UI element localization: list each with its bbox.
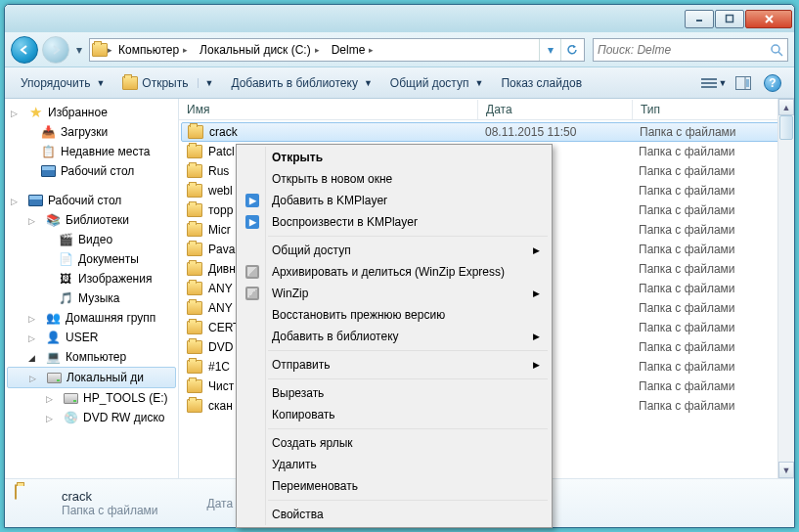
share-button[interactable]: Общий доступ▼	[382, 72, 492, 94]
favorites-group[interactable]: ▷★Избранное	[5, 103, 178, 122]
context-menu-item[interactable]: Свойства	[239, 504, 550, 525]
breadcrumb[interactable]: Локальный диск (C:) ▸	[194, 41, 326, 59]
context-menu-item[interactable]: Удалить	[239, 454, 550, 475]
refresh-button[interactable]	[560, 39, 582, 61]
nav-drive-e[interactable]: ▷HP_TOOLS (E:)	[5, 388, 178, 408]
view-button[interactable]: ▼	[700, 71, 728, 95]
context-menu-item[interactable]: Создать ярлык	[239, 432, 550, 454]
context-menu-item[interactable]: Открыть	[239, 147, 550, 168]
folder-icon	[187, 379, 202, 393]
cell-type: Папка с файлами	[639, 340, 776, 354]
downloads-icon: 📥	[40, 124, 56, 140]
help-button[interactable]: ?	[759, 71, 786, 95]
submenu-arrow-icon: ▶	[533, 245, 540, 255]
nav-desktop[interactable]: Рабочий стол	[5, 161, 178, 181]
context-menu-item[interactable]: Копировать	[239, 404, 550, 425]
submenu-arrow-icon: ▶	[533, 288, 540, 298]
cell-type: Папка с файлами	[639, 184, 776, 198]
context-menu-item[interactable]: Переименовать	[239, 475, 550, 497]
nav-drive-c[interactable]: ▷Локальный ди	[7, 367, 176, 388]
command-bar: Упорядочить▼ Открыть▼ Добавить в библиот…	[5, 67, 794, 99]
folder-icon	[187, 262, 202, 276]
nav-libraries[interactable]: ▷📚Библиотеки	[5, 210, 178, 230]
nav-music[interactable]: 🎵Музыка	[5, 288, 178, 308]
winzip-icon	[244, 286, 260, 301]
context-menu-item[interactable]: WinZip▶	[239, 283, 550, 304]
context-menu-item[interactable]: ▶Добавить в KMPlayer	[239, 190, 550, 211]
breadcrumb[interactable]: Компьютер ▸	[112, 41, 194, 59]
cell-type: Папка с файлами	[639, 321, 776, 334]
context-menu-item[interactable]: ▶Воспроизвести в KMPlayer	[239, 211, 550, 233]
open-button[interactable]: Открыть▼	[114, 71, 221, 95]
folder-icon	[187, 145, 202, 158]
search-icon	[770, 43, 783, 57]
explorer-window: ▾ ▸ Компьютер ▸ Локальный диск (C:) ▸ De…	[4, 4, 795, 528]
cell-type: Папка с файлами	[639, 301, 776, 315]
context-menu-item[interactable]: Открыть в новом окне	[239, 168, 550, 190]
context-menu-item[interactable]: Отправить▶	[239, 354, 550, 376]
cell-type: Папка с файлами	[639, 145, 776, 158]
submenu-arrow-icon: ▶	[533, 332, 540, 341]
organize-button[interactable]: Упорядочить▼	[13, 72, 112, 94]
cell-type: Папка с файлами	[639, 164, 776, 178]
svg-rect-11	[746, 79, 749, 87]
history-dropdown[interactable]: ▾	[73, 41, 85, 59]
context-menu-item[interactable]: Добавить в библиотеку▶	[239, 326, 550, 347]
kmplayer-icon: ▶	[244, 193, 260, 208]
breadcrumb[interactable]: Delme ▸	[326, 41, 380, 59]
computer-icon: 💻	[45, 349, 61, 365]
svg-rect-8	[701, 86, 717, 88]
folder-icon	[187, 399, 202, 413]
maximize-button[interactable]	[715, 10, 744, 28]
header-type[interactable]: Тип	[633, 100, 770, 119]
winzip-icon	[244, 264, 260, 280]
context-menu-item[interactable]: Общий доступ▶	[239, 240, 550, 261]
help-icon: ?	[764, 74, 781, 92]
details-name: crack	[62, 489, 158, 504]
context-menu-item[interactable]: Восстановить прежнюю версию	[239, 304, 550, 326]
close-button[interactable]	[745, 10, 792, 28]
nav-downloads[interactable]: 📥Загрузки	[5, 122, 178, 142]
desktop-group[interactable]: ▷Рабочий стол	[5, 191, 178, 210]
details-thumbnail	[15, 485, 52, 522]
search-input[interactable]	[598, 43, 770, 57]
cell-date: 08.11.2015 11:50	[485, 125, 640, 139]
preview-pane-button[interactable]	[730, 71, 757, 95]
context-menu-item[interactable]: Архивировать и делиться (WinZip Express)	[239, 261, 550, 283]
libraries-icon: 📚	[45, 212, 61, 228]
add-to-library-button[interactable]: Добавить в библиотеку▼	[223, 72, 379, 94]
cell-type: Папка с файлами	[639, 243, 776, 256]
header-name[interactable]: Имя	[179, 100, 478, 119]
folder-icon	[187, 321, 202, 334]
titlebar[interactable]	[5, 5, 794, 32]
cell-type: Папка с файлами	[640, 125, 777, 139]
search-box[interactable]	[593, 38, 788, 62]
svg-line-5	[778, 52, 782, 56]
slideshow-button[interactable]: Показ слайдов	[493, 72, 590, 94]
scrollbar[interactable]: ▲ ▼	[777, 99, 794, 478]
nav-dvd[interactable]: ▷💿DVD RW диско	[5, 408, 178, 427]
context-menu-item[interactable]: Вырезать	[239, 382, 550, 404]
nav-homegroup[interactable]: ▷👥Домашняя групп	[5, 308, 178, 328]
nav-pictures[interactable]: 🖼Изображения	[5, 269, 178, 288]
minimize-button[interactable]	[685, 10, 714, 28]
nav-user[interactable]: ▷👤USER	[5, 328, 178, 347]
nav-videos[interactable]: 🎬Видео	[5, 230, 178, 249]
dropdown-icon[interactable]: ▾	[539, 39, 560, 61]
forward-button[interactable]	[42, 36, 69, 64]
back-button[interactable]	[11, 36, 38, 64]
drive-icon	[63, 390, 78, 406]
scroll-up-button[interactable]: ▲	[778, 99, 794, 115]
table-row[interactable]: crack08.11.2015 11:50Папка с файлами	[181, 122, 792, 142]
nav-computer[interactable]: ◢💻Компьютер	[5, 347, 178, 367]
folder-icon	[187, 360, 202, 374]
address-bar[interactable]: ▸ Компьютер ▸ Локальный диск (C:) ▸ Delm…	[89, 38, 585, 62]
music-icon: 🎵	[58, 290, 73, 306]
nav-documents[interactable]: 📄Документы	[5, 249, 178, 269]
scroll-down-button[interactable]: ▼	[778, 462, 794, 478]
cell-type: Папка с файлами	[639, 262, 776, 276]
header-date[interactable]: Дата	[478, 100, 633, 119]
nav-recent[interactable]: 📋Недавние места	[5, 142, 178, 161]
scroll-thumb[interactable]	[779, 115, 793, 140]
folder-icon	[187, 164, 202, 178]
